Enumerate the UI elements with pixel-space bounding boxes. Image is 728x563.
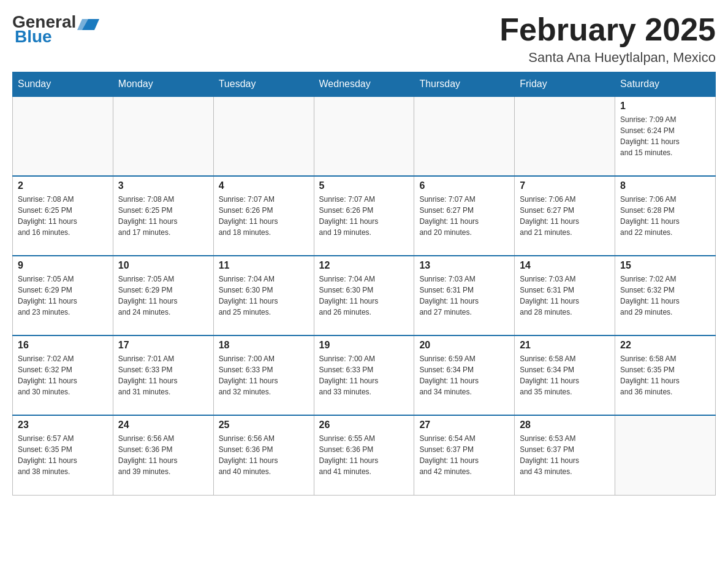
- day-info: Sunrise: 6:54 AMSunset: 6:37 PMDaylight:…: [419, 433, 509, 477]
- calendar-day-header: Friday: [515, 72, 615, 97]
- day-number: 26: [319, 419, 409, 431]
- day-info: Sunrise: 7:01 AMSunset: 6:33 PMDaylight:…: [118, 353, 208, 397]
- calendar-day-cell: 6Sunrise: 7:07 AMSunset: 6:27 PMDaylight…: [414, 176, 515, 256]
- calendar-day-cell: 5Sunrise: 7:07 AMSunset: 6:26 PMDaylight…: [314, 176, 414, 256]
- day-info: Sunrise: 7:00 AMSunset: 6:33 PMDaylight:…: [219, 353, 309, 397]
- calendar-week-row: 9Sunrise: 7:05 AMSunset: 6:29 PMDaylight…: [13, 256, 716, 335]
- calendar-day-cell: 26Sunrise: 6:55 AMSunset: 6:36 PMDayligh…: [314, 415, 414, 495]
- calendar-day-cell: 16Sunrise: 7:02 AMSunset: 6:32 PMDayligh…: [13, 335, 113, 415]
- calendar-day-cell: 3Sunrise: 7:08 AMSunset: 6:25 PMDaylight…: [113, 176, 213, 256]
- day-info: Sunrise: 7:02 AMSunset: 6:32 PMDaylight:…: [18, 353, 108, 397]
- calendar-week-row: 16Sunrise: 7:02 AMSunset: 6:32 PMDayligh…: [13, 335, 716, 415]
- day-number: 8: [620, 180, 710, 191]
- calendar-day-cell: 10Sunrise: 7:05 AMSunset: 6:29 PMDayligh…: [113, 256, 213, 335]
- day-number: 5: [319, 180, 409, 191]
- day-number: 27: [419, 419, 509, 431]
- day-number: 25: [219, 419, 309, 431]
- day-number: 3: [118, 180, 208, 191]
- calendar-day-cell: 17Sunrise: 7:01 AMSunset: 6:33 PMDayligh…: [113, 335, 213, 415]
- day-info: Sunrise: 6:57 AMSunset: 6:35 PMDaylight:…: [18, 433, 108, 477]
- calendar-day-cell: 11Sunrise: 7:04 AMSunset: 6:30 PMDayligh…: [213, 256, 314, 335]
- calendar-day-cell: 22Sunrise: 6:58 AMSunset: 6:35 PMDayligh…: [615, 335, 716, 415]
- calendar-day-cell: [515, 96, 615, 176]
- day-number: 21: [520, 340, 610, 351]
- day-number: 23: [18, 419, 108, 431]
- calendar-header-row: SundayMondayTuesdayWednesdayThursdayFrid…: [13, 72, 716, 97]
- day-info: Sunrise: 7:03 AMSunset: 6:31 PMDaylight:…: [520, 274, 610, 318]
- day-info: Sunrise: 7:06 AMSunset: 6:27 PMDaylight:…: [520, 194, 610, 238]
- day-info: Sunrise: 7:02 AMSunset: 6:32 PMDaylight:…: [620, 274, 710, 318]
- calendar-week-row: 1Sunrise: 7:09 AMSunset: 6:24 PMDaylight…: [13, 96, 716, 176]
- day-number: 2: [18, 180, 108, 191]
- calendar-day-header: Monday: [113, 72, 213, 97]
- calendar-day-cell: [113, 96, 213, 176]
- calendar-day-cell: 7Sunrise: 7:06 AMSunset: 6:27 PMDaylight…: [515, 176, 615, 256]
- day-info: Sunrise: 6:53 AMSunset: 6:37 PMDaylight:…: [520, 433, 610, 477]
- calendar-day-header: Wednesday: [314, 72, 414, 97]
- day-info: Sunrise: 7:08 AMSunset: 6:25 PMDaylight:…: [118, 194, 208, 238]
- day-number: 1: [620, 101, 710, 112]
- calendar-day-cell: 1Sunrise: 7:09 AMSunset: 6:24 PMDaylight…: [615, 96, 716, 176]
- calendar-day-cell: 21Sunrise: 6:58 AMSunset: 6:34 PMDayligh…: [515, 335, 615, 415]
- calendar-day-cell: 25Sunrise: 6:56 AMSunset: 6:36 PMDayligh…: [213, 415, 314, 495]
- calendar-day-header: Sunday: [13, 72, 113, 97]
- title-area: February 2025 Santa Ana Hueytlalpan, Mex…: [499, 12, 716, 66]
- day-number: 16: [18, 340, 108, 351]
- day-number: 28: [520, 419, 610, 431]
- day-number: 10: [118, 260, 208, 271]
- calendar-day-cell: 24Sunrise: 6:56 AMSunset: 6:36 PMDayligh…: [113, 415, 213, 495]
- day-number: 19: [319, 340, 409, 351]
- location-text: Santa Ana Hueytlalpan, Mexico: [499, 50, 716, 66]
- calendar-day-cell: 19Sunrise: 7:00 AMSunset: 6:33 PMDayligh…: [314, 335, 414, 415]
- day-info: Sunrise: 7:08 AMSunset: 6:25 PMDaylight:…: [18, 194, 108, 238]
- day-number: 12: [319, 260, 409, 271]
- day-number: 4: [219, 180, 309, 191]
- calendar-table: SundayMondayTuesdayWednesdayThursdayFrid…: [12, 72, 716, 496]
- day-info: Sunrise: 6:56 AMSunset: 6:36 PMDaylight:…: [118, 433, 208, 477]
- calendar-day-cell: [213, 96, 314, 176]
- day-number: 7: [520, 180, 610, 191]
- calendar-day-cell: 28Sunrise: 6:53 AMSunset: 6:37 PMDayligh…: [515, 415, 615, 495]
- day-info: Sunrise: 7:07 AMSunset: 6:26 PMDaylight:…: [219, 194, 309, 238]
- calendar-day-cell: 2Sunrise: 7:08 AMSunset: 6:25 PMDaylight…: [13, 176, 113, 256]
- day-info: Sunrise: 7:03 AMSunset: 6:31 PMDaylight:…: [419, 274, 509, 318]
- calendar-day-cell: 4Sunrise: 7:07 AMSunset: 6:26 PMDaylight…: [213, 176, 314, 256]
- day-info: Sunrise: 7:05 AMSunset: 6:29 PMDaylight:…: [118, 274, 208, 318]
- calendar-day-cell: 13Sunrise: 7:03 AMSunset: 6:31 PMDayligh…: [414, 256, 515, 335]
- day-info: Sunrise: 6:56 AMSunset: 6:36 PMDaylight:…: [219, 433, 309, 477]
- month-title: February 2025: [499, 12, 716, 47]
- day-number: 20: [419, 340, 509, 351]
- calendar-week-row: 23Sunrise: 6:57 AMSunset: 6:35 PMDayligh…: [13, 415, 716, 495]
- calendar-day-cell: 15Sunrise: 7:02 AMSunset: 6:32 PMDayligh…: [615, 256, 716, 335]
- day-info: Sunrise: 6:59 AMSunset: 6:34 PMDaylight:…: [419, 353, 509, 397]
- calendar-day-header: Thursday: [414, 72, 515, 97]
- calendar-day-cell: 14Sunrise: 7:03 AMSunset: 6:31 PMDayligh…: [515, 256, 615, 335]
- day-info: Sunrise: 7:04 AMSunset: 6:30 PMDaylight:…: [319, 274, 409, 318]
- page-header: General Blue February 2025 Santa Ana Hue…: [12, 12, 716, 66]
- day-number: 15: [620, 260, 710, 271]
- calendar-day-cell: [414, 96, 515, 176]
- calendar-day-header: Tuesday: [213, 72, 314, 97]
- calendar-day-cell: 20Sunrise: 6:59 AMSunset: 6:34 PMDayligh…: [414, 335, 515, 415]
- day-number: 9: [18, 260, 108, 271]
- calendar-day-cell: [314, 96, 414, 176]
- calendar-day-cell: 18Sunrise: 7:00 AMSunset: 6:33 PMDayligh…: [213, 335, 314, 415]
- calendar-day-cell: 9Sunrise: 7:05 AMSunset: 6:29 PMDaylight…: [13, 256, 113, 335]
- logo: General Blue: [12, 12, 100, 47]
- day-number: 22: [620, 340, 710, 351]
- day-info: Sunrise: 7:09 AMSunset: 6:24 PMDaylight:…: [620, 114, 710, 158]
- day-number: 13: [419, 260, 509, 271]
- day-info: Sunrise: 6:58 AMSunset: 6:34 PMDaylight:…: [520, 353, 610, 397]
- day-number: 14: [520, 260, 610, 271]
- calendar-day-cell: [13, 96, 113, 176]
- day-info: Sunrise: 7:07 AMSunset: 6:26 PMDaylight:…: [319, 194, 409, 238]
- logo-blue-text: Blue: [15, 27, 52, 47]
- day-info: Sunrise: 7:05 AMSunset: 6:29 PMDaylight:…: [18, 274, 108, 318]
- logo-triangle-icon: [77, 13, 99, 31]
- calendar-day-header: Saturday: [615, 72, 716, 97]
- day-info: Sunrise: 7:06 AMSunset: 6:28 PMDaylight:…: [620, 194, 710, 238]
- calendar-day-cell: 12Sunrise: 7:04 AMSunset: 6:30 PMDayligh…: [314, 256, 414, 335]
- day-number: 18: [219, 340, 309, 351]
- day-number: 17: [118, 340, 208, 351]
- day-number: 11: [219, 260, 309, 271]
